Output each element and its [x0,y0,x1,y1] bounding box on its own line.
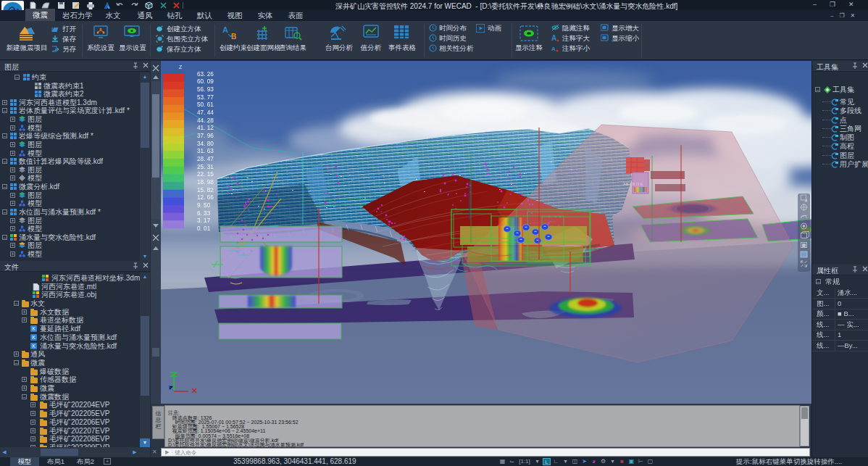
svg-text:50. 61: 50. 61 [197,101,214,108]
svg-text:A: A [222,25,228,34]
svg-text:53. 77: 53. 77 [197,94,214,101]
svg-text:41. 12: 41. 12 [197,125,214,131]
svg-text:28. 47: 28. 47 [197,156,214,162]
svg-text:37. 96: 37. 96 [197,133,214,139]
svg-text:A: A [551,46,556,52]
svg-text:60. 09: 60. 09 [197,78,214,85]
svg-text:0. 01: 0. 01 [197,225,211,232]
svg-text:63. 26: 63. 26 [197,71,214,78]
svg-text:12. 66: 12. 66 [197,194,214,201]
svg-text:25. 31: 25. 31 [197,164,214,170]
svg-text:47. 44: 47. 44 [197,109,214,116]
svg-text:56. 93: 56. 93 [197,86,214,93]
svg-text:15. 82: 15. 82 [197,187,214,194]
svg-text:22. 15: 22. 15 [197,171,214,178]
svg-text:6. 33: 6. 33 [197,210,211,217]
svg-text:Z: Z [179,65,183,70]
svg-text:3. 17: 3. 17 [197,217,211,224]
svg-text:34. 80: 34. 80 [197,141,214,147]
svg-text:44. 28: 44. 28 [197,117,214,124]
svg-text:31. 63: 31. 63 [197,148,214,154]
svg-text:9. 50: 9. 50 [197,202,211,209]
svg-text:18. 98: 18. 98 [197,179,214,186]
svg-text:A: A [551,34,556,42]
